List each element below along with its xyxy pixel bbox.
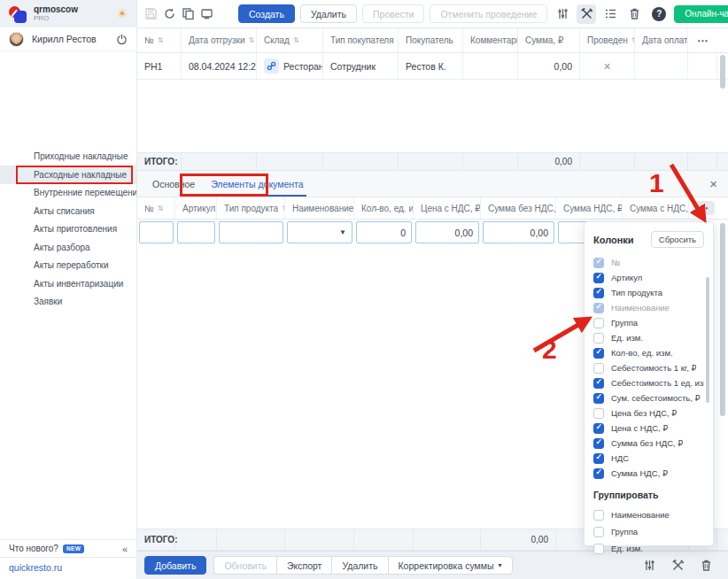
column-header[interactable]: Комментарий [463,28,518,52]
checkbox-icon[interactable] [593,348,604,359]
column-header[interactable]: Кол-во, ед. изм. [354,197,414,219]
element-field-input[interactable] [219,221,283,243]
sidebar-item[interactable]: ▤Отчеты [0,75,136,94]
sum-adjustment-button[interactable]: Корректировка суммы▾ [388,556,513,575]
sidebar-item[interactable]: ▭Справочники [0,383,136,402]
sidebar-item[interactable]: ◎Персонал [0,366,136,384]
column-header[interactable]: Тип продукта⇅ [217,197,285,219]
element-field-input[interactable]: 0,00 [483,221,554,243]
column-toggle-item[interactable]: Цена с НДС, ₽ [585,421,713,436]
list-view-icon[interactable] [600,4,620,24]
add-button[interactable]: Добавить [144,556,206,575]
sidebar-item[interactable]: ▯Карты лояльности [0,511,136,529]
column-toggle-item[interactable]: НДС [585,451,713,466]
trash-icon[interactable] [624,4,644,24]
column-toggle-item[interactable]: Наименование [585,506,713,523]
sidebar-item[interactable]: Акты инвентаризации [0,274,136,293]
checkbox-icon[interactable] [593,288,604,298]
delete-elements-button[interactable]: Удалить [331,556,387,575]
checkbox-icon[interactable] [593,423,604,434]
column-header[interactable]: Дата отгрузки⇅ [182,28,257,52]
sidebar-item[interactable]: ▥Продажи [0,93,136,112]
column-header[interactable]: Артикул⇅ [175,197,217,219]
column-menu-button[interactable]: ⋯ [688,28,717,52]
sidebar-item[interactable]: ⌂Предприятие [0,402,136,421]
export-button[interactable]: Экспорт [276,556,331,575]
sidebar-item[interactable]: Приходные накладные [0,148,136,166]
column-header[interactable]: Тип покупателя⇅ [323,28,399,52]
checkbox-icon[interactable] [593,258,604,268]
logout-power-icon[interactable] [116,34,128,45]
panel-scrollbar[interactable] [720,223,725,416]
checkbox-icon[interactable] [593,453,604,464]
column-toggle-item[interactable]: Артикул [585,270,713,285]
online-chat-button[interactable]: Онлайн-чат [674,5,728,23]
sidebar-item[interactable]: ▣Устройства [0,438,136,457]
column-toggle-item[interactable]: Себестоимость 1 ед. изм., ₽ [585,375,713,390]
column-header[interactable]: Дата оплаты⇅ [635,28,688,52]
whats-new-link[interactable]: Что нового? [9,544,58,553]
sidebar-item[interactable]: Акты приготовления [0,220,136,239]
element-field-input[interactable]: ▼ [287,221,352,243]
element-field-input[interactable] [139,221,174,243]
element-field-input[interactable]: 0,00 [415,221,479,243]
column-header[interactable]: Наименование⇅ [285,197,354,219]
column-toggle-item[interactable]: Цена без НДС, ₽ [585,405,713,421]
column-header[interactable]: Сумма с НДС, ₽⇅ [623,197,689,219]
column-toggle-item[interactable]: Сумма без НДС, ₽ [585,436,713,451]
sidebar-item[interactable]: Акты переработки [0,257,136,275]
sidebar-item[interactable]: ▢Терминалы [0,420,136,438]
sidebar-item[interactable]: Акты разбора [0,238,136,257]
checkbox-icon[interactable] [593,393,604,404]
post-button[interactable]: Провести [362,4,424,23]
collapse-sidebar-icon[interactable]: « [122,544,128,554]
sidebar-item[interactable]: ∞Интеграции [0,456,136,475]
close-panel-icon[interactable]: × [709,176,717,191]
filter-sliders-icon[interactable] [553,4,572,24]
sidebar-item[interactable]: ⚐Франшиза [0,475,136,493]
refresh-button[interactable]: Обновить [213,556,276,575]
column-header[interactable]: Цена с НДС, ₽⇅ [414,197,481,219]
checkbox-icon[interactable] [593,527,604,537]
column-menu-button[interactable]: ⋯ [689,197,717,219]
column-toggle-item[interactable]: Сумма НДС, ₽ [585,466,713,481]
reset-columns-button[interactable]: Сбросить [651,231,704,248]
sidebar-item[interactable]: ◫Складские документы [0,129,136,148]
create-button[interactable]: Создать [238,4,295,23]
theme-sun-icon[interactable]: ☀ [117,7,128,20]
checkbox-icon[interactable] [593,273,604,283]
column-header[interactable]: Покупатель [399,28,463,52]
save-icon[interactable] [144,4,158,24]
checkbox-icon[interactable] [593,378,604,389]
checkbox-icon[interactable] [593,438,604,449]
column-toggle-item[interactable]: № [585,255,713,270]
column-toggle-item[interactable]: Сум. себестоимость, ₽ [585,390,713,405]
sidebar-item[interactable]: ≡Шаблонизатор чека [0,529,136,539]
checkbox-icon[interactable] [593,544,604,554]
column-toggle-item[interactable]: Себестоимость 1 кг, ₽ [585,360,713,375]
column-toggle-item[interactable]: Тип продукта [585,285,713,300]
tools-icon[interactable] [668,556,687,575]
tools-icon[interactable] [577,4,596,24]
column-header[interactable]: №⇅ [137,28,182,52]
quickresto-site-link[interactable]: quickresto.ru [0,557,136,579]
sidebar-item[interactable]: Акты списания [0,202,136,220]
checkbox-icon[interactable] [593,318,604,328]
table1-scrollbar[interactable] [720,55,725,89]
sidebar-item[interactable]: Расходные накладные [0,166,136,184]
checkbox-icon[interactable] [593,333,604,344]
sidebar-item[interactable]: Внутренние перемещения [0,184,136,203]
sidebar-item[interactable]: ◔Рабочий стол [0,57,136,75]
column-toggle-item[interactable]: Наименование [585,300,713,315]
trash-icon[interactable] [696,556,716,575]
column-header[interactable]: Проведен⇅ [580,28,635,52]
sidebar-item[interactable]: ▦Финансы [0,347,136,366]
open-window-icon[interactable] [200,4,213,24]
column-header[interactable]: Сумма, ₽ [518,28,580,52]
checkbox-icon[interactable] [593,510,604,521]
sidebar-item[interactable]: Заявки [0,293,136,312]
document-row[interactable]: РН108.04.2024 12:22РесторанСотрудникРест… [137,53,728,80]
checkbox-icon[interactable] [593,408,604,419]
copy-icon[interactable] [182,4,195,24]
column-header[interactable]: Сумма НДС, ₽⇅ [556,197,623,219]
